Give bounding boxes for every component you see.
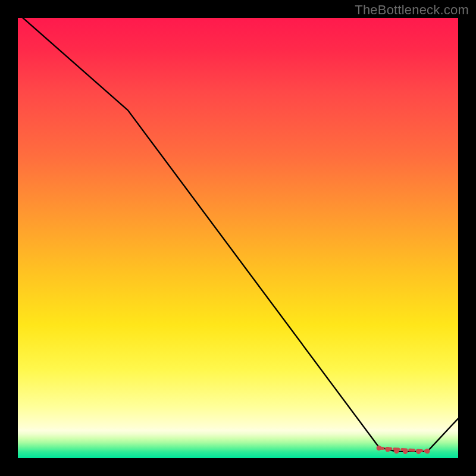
chart-overlay: [18, 18, 458, 458]
marker-dot: [385, 447, 390, 452]
chart-frame: TheBottleneck.com: [0, 0, 476, 476]
marker-dot: [416, 449, 421, 454]
marker-dot: [425, 449, 430, 453]
watermark-text: TheBottleneck.com: [355, 2, 469, 18]
marker-dot: [403, 449, 408, 454]
plot-area: [18, 18, 458, 458]
marker-group: [377, 446, 430, 454]
marker-dot: [394, 449, 399, 453]
curve-line: [18, 18, 458, 452]
marker-dot: [377, 446, 381, 450]
